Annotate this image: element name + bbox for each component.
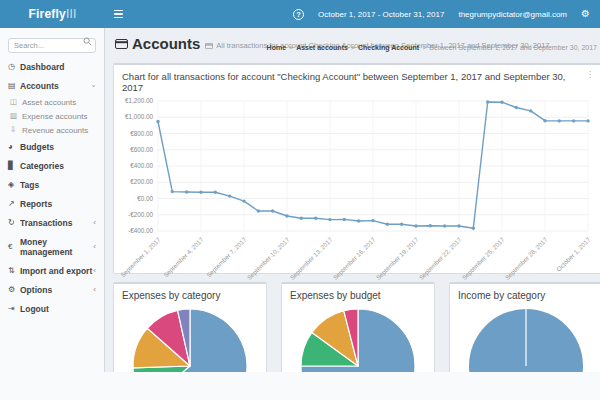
- top-navbar: FireflyIII ? October 1, 2017 - October 3…: [0, 0, 600, 28]
- svg-text:-€200.00: -€200.00: [128, 211, 153, 218]
- chevron-down-icon: ‹: [91, 84, 99, 87]
- chevron-left-icon: ‹: [93, 286, 96, 294]
- sidebar-menu: ◷Dashboard ▤Accounts‹ ◫Asset accounts ▥E…: [0, 57, 104, 318]
- chevron-left-icon: ‹: [93, 267, 96, 275]
- breadcrumb-checking-account[interactable]: Checking Account: [348, 44, 419, 51]
- sidebar-toggle-button[interactable]: [105, 0, 131, 28]
- sidebar-item-logout[interactable]: ⇥Logout: [0, 299, 104, 318]
- credit-card-icon: ▤: [8, 82, 20, 90]
- account-chart-panel: Chart for all transactions for account "…: [113, 63, 600, 274]
- svg-text:September 16, 2017: September 16, 2017: [331, 235, 377, 281]
- pie-chart-icon: ◕: [8, 143, 20, 151]
- user-email-menu[interactable]: thegrumpydictator@gmail.com: [458, 10, 567, 19]
- income-by-category-pie-chart[interactable]: [450, 302, 600, 372]
- money-icon: ◫: [10, 98, 22, 106]
- sidebar-item-categories[interactable]: ▊Categories: [0, 156, 104, 175]
- download-icon: ⇩: [10, 126, 22, 134]
- sidebar-item-expense-accounts[interactable]: ▥Expense accounts: [0, 109, 104, 123]
- sidebar-item-accounts[interactable]: ▤Accounts‹: [0, 76, 104, 95]
- line-chart-icon: ↗: [8, 200, 20, 208]
- svg-text:€600.00: €600.00: [130, 146, 153, 153]
- svg-text:€1,200.00: €1,200.00: [125, 97, 154, 104]
- brand-logo[interactable]: FireflyIII: [0, 7, 105, 21]
- svg-text:September 25, 2017: September 25, 2017: [460, 235, 506, 281]
- svg-text:€800.00: €800.00: [130, 130, 153, 137]
- gear-icon[interactable]: ⚙: [581, 9, 590, 19]
- help-icon[interactable]: ?: [293, 9, 304, 20]
- sidebar-item-dashboard[interactable]: ◷Dashboard: [0, 57, 104, 76]
- euro-icon: €: [8, 243, 20, 251]
- credit-card-icon: [205, 43, 213, 49]
- panel-title: Expenses by budget: [290, 290, 381, 301]
- gears-icon: ⚙: [8, 286, 20, 294]
- search-icon: [83, 37, 92, 46]
- svg-text:September 10, 2017: September 10, 2017: [245, 235, 291, 281]
- expenses-by-budget-panel: Expenses by budget: [281, 282, 435, 372]
- sidebar-item-import-export[interactable]: ⇅Import and export‹: [0, 261, 104, 280]
- app-window: FireflyIII ? October 1, 2017 - October 3…: [0, 0, 600, 372]
- income-by-category-panel: Income by category: [449, 282, 600, 372]
- svg-text:October 1, 2017: October 1, 2017: [555, 235, 592, 272]
- sidebar-item-asset-accounts[interactable]: ◫Asset accounts: [0, 95, 104, 109]
- svg-text:€0.00: €0.00: [137, 195, 153, 202]
- brand-light: III: [66, 7, 77, 21]
- chart-panel-title: Chart for all transactions for account "…: [122, 71, 586, 93]
- hamburger-icon: [114, 10, 123, 12]
- svg-text:€400.00: €400.00: [130, 162, 153, 169]
- sidebar-item-reports[interactable]: ↗Reports: [0, 194, 104, 213]
- sidebar-item-tags[interactable]: ◈Tags: [0, 175, 104, 194]
- svg-text:€1,000.00: €1,000.00: [125, 113, 154, 120]
- breadcrumb-asset-accounts[interactable]: Asset accounts: [286, 44, 348, 51]
- breadcrumb-home[interactable]: Home: [267, 44, 286, 51]
- tags-icon: ◈: [8, 181, 20, 189]
- sidebar-item-options[interactable]: ⚙Options‹: [0, 280, 104, 299]
- sidebar-item-transactions[interactable]: ↻Transactions‹: [0, 213, 104, 232]
- panel-title: Expenses by category: [122, 290, 220, 301]
- svg-text:September 28, 2017: September 28, 2017: [503, 235, 549, 281]
- svg-text:September 22, 2017: September 22, 2017: [417, 235, 463, 281]
- sidebar-item-revenue-accounts[interactable]: ⇩Revenue accounts: [0, 123, 104, 137]
- page-title: Accounts: [115, 35, 200, 52]
- date-range-button[interactable]: October 1, 2017 - October 31, 2017: [318, 10, 444, 19]
- account-balance-line-chart[interactable]: September 1, 2017September 4, 2017Septem…: [114, 95, 596, 285]
- sign-out-icon: ⇥: [8, 305, 20, 313]
- dashboard-icon: ◷: [8, 63, 20, 71]
- chevron-left-icon: ‹: [93, 243, 96, 251]
- bar-chart-icon: ▊: [8, 162, 20, 170]
- exchange-icon: ↻: [8, 219, 20, 227]
- svg-text:September 4, 2017: September 4, 2017: [162, 235, 206, 279]
- main-content: Accounts All transactions for account Ch…: [105, 28, 600, 372]
- navbar-right: ? October 1, 2017 - October 31, 2017 the…: [293, 9, 600, 20]
- svg-text:September 1, 2017: September 1, 2017: [119, 235, 163, 279]
- chart-options-icon[interactable]: ⋮: [586, 71, 594, 93]
- shopping-cart-icon: ▥: [10, 112, 22, 120]
- credit-card-icon: [115, 39, 128, 49]
- breadcrumb: Home Asset accounts Checking Account Bet…: [267, 44, 597, 51]
- sidebar: ◷Dashboard ▤Accounts‹ ◫Asset accounts ▥E…: [0, 28, 105, 372]
- content-header: Accounts All transactions for account Ch…: [115, 35, 600, 59]
- panel-title: Income by category: [458, 290, 545, 301]
- arrows-icon: ⇅: [8, 267, 20, 275]
- svg-text:September 19, 2017: September 19, 2017: [374, 235, 420, 281]
- svg-text:€200.00: €200.00: [130, 178, 153, 185]
- svg-text:September 7, 2017: September 7, 2017: [205, 235, 249, 279]
- svg-text:-€400.00: -€400.00: [128, 227, 153, 234]
- expenses-by-budget-pie-chart[interactable]: [282, 302, 434, 372]
- expenses-by-category-panel: Expenses by category: [113, 282, 267, 372]
- chevron-left-icon: ‹: [93, 219, 96, 227]
- expenses-by-category-pie-chart[interactable]: [114, 302, 266, 372]
- brand-bold: Firefly: [28, 7, 65, 21]
- sidebar-item-budgets[interactable]: ◕Budgets: [0, 137, 104, 156]
- pie-panels-row: Expenses by category Expenses by budget …: [113, 282, 600, 372]
- breadcrumb-active: Between September 1, 2017 and September …: [419, 44, 597, 51]
- sidebar-item-money-management[interactable]: €Money management‹: [0, 232, 104, 261]
- svg-text:September 13, 2017: September 13, 2017: [288, 235, 334, 281]
